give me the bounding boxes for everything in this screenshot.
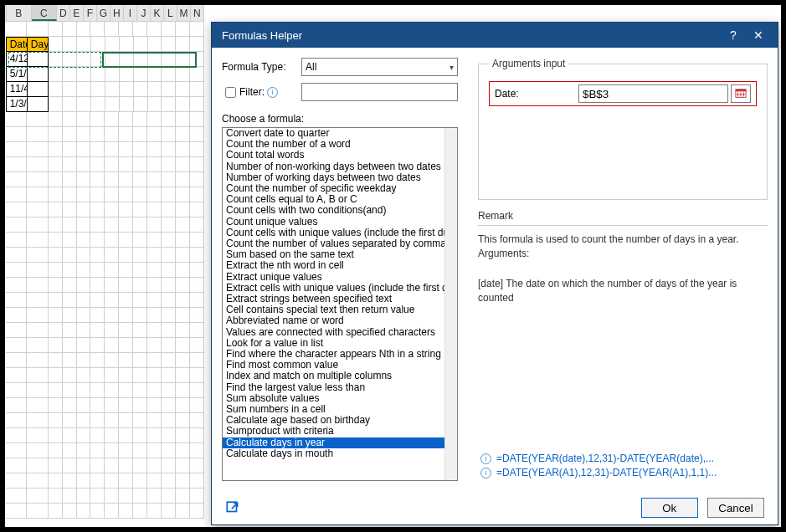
cell[interactable] xyxy=(148,97,162,112)
cell[interactable] xyxy=(133,338,147,353)
cell[interactable] xyxy=(90,217,105,233)
cell[interactable] xyxy=(147,157,162,172)
cell[interactable] xyxy=(27,293,49,308)
cell[interactable] xyxy=(105,37,120,52)
cell[interactable] xyxy=(147,473,162,489)
cell[interactable] xyxy=(105,353,119,368)
cell[interactable] xyxy=(162,263,176,278)
cell[interactable] xyxy=(190,82,204,97)
arg-date-input[interactable] xyxy=(578,84,728,103)
cell[interactable] xyxy=(105,248,119,263)
cell[interactable] xyxy=(176,202,190,217)
cell[interactable] xyxy=(162,353,176,368)
cell[interactable] xyxy=(162,52,176,67)
cell[interactable] xyxy=(190,187,204,202)
filter-input[interactable] xyxy=(301,83,458,101)
cell[interactable] xyxy=(90,142,105,157)
cell[interactable] xyxy=(162,489,176,504)
cell[interactable] xyxy=(134,52,148,67)
cell[interactable] xyxy=(105,428,119,443)
cell[interactable] xyxy=(190,368,204,383)
cell[interactable] xyxy=(190,293,204,308)
cell[interactable] xyxy=(176,473,190,489)
cell[interactable] xyxy=(133,443,147,458)
cell[interactable] xyxy=(176,458,190,473)
cell[interactable] xyxy=(133,504,147,519)
cell[interactable] xyxy=(147,233,162,248)
close-button[interactable]: ✕ xyxy=(746,28,771,42)
cell[interactable] xyxy=(49,458,63,473)
cell[interactable] xyxy=(63,278,77,293)
cell[interactable] xyxy=(90,263,105,278)
cell[interactable] xyxy=(63,22,77,37)
cell[interactable] xyxy=(90,248,105,263)
cell[interactable] xyxy=(147,263,162,278)
cell[interactable] xyxy=(162,97,176,112)
cell[interactable] xyxy=(90,353,105,368)
cell[interactable] xyxy=(90,233,105,248)
cell[interactable] xyxy=(49,368,63,383)
cell[interactable] xyxy=(134,37,148,52)
cell[interactable] xyxy=(90,383,105,398)
cell[interactable] xyxy=(49,112,63,127)
column-header[interactable]: L xyxy=(164,5,177,21)
cell[interactable] xyxy=(119,473,133,489)
cell-days[interactable] xyxy=(28,52,49,67)
cell[interactable] xyxy=(77,37,91,52)
cell[interactable] xyxy=(190,308,204,323)
cell[interactable] xyxy=(6,233,28,248)
cell[interactable] xyxy=(176,127,190,142)
cell-days[interactable] xyxy=(28,82,49,97)
cell[interactable] xyxy=(148,82,162,97)
cell[interactable] xyxy=(6,353,28,368)
cell[interactable] xyxy=(119,293,133,308)
formula-list-item[interactable]: Index and match on multiple columns xyxy=(223,371,444,381)
column-header[interactable]: D xyxy=(57,5,70,21)
cell[interactable] xyxy=(162,67,176,82)
range-picker-button[interactable] xyxy=(731,84,751,103)
cell[interactable] xyxy=(63,52,77,67)
cell[interactable] xyxy=(119,22,133,37)
cell[interactable] xyxy=(176,278,190,293)
cell[interactable] xyxy=(6,504,28,519)
cell[interactable] xyxy=(63,233,77,248)
cell[interactable] xyxy=(190,52,204,67)
cell[interactable] xyxy=(90,323,105,338)
cell[interactable] xyxy=(119,233,133,248)
cell[interactable] xyxy=(147,458,162,473)
cell[interactable] xyxy=(6,22,28,37)
formula-list-item[interactable]: Calculate days in year xyxy=(223,437,444,448)
cell[interactable] xyxy=(105,172,119,187)
cell[interactable] xyxy=(77,233,91,248)
cell[interactable] xyxy=(6,127,28,142)
cell[interactable] xyxy=(133,323,147,338)
popout-icon[interactable] xyxy=(225,500,240,515)
cell[interactable] xyxy=(176,353,190,368)
cell[interactable] xyxy=(77,22,91,37)
cell[interactable] xyxy=(176,443,190,458)
cell[interactable] xyxy=(190,142,204,157)
cell[interactable] xyxy=(49,413,63,428)
cell[interactable] xyxy=(190,443,204,458)
cell[interactable] xyxy=(49,187,63,202)
cell[interactable] xyxy=(147,323,162,338)
cell[interactable] xyxy=(77,127,91,142)
cancel-button[interactable]: Cancel xyxy=(707,498,764,518)
cell[interactable] xyxy=(63,112,77,127)
cell[interactable] xyxy=(91,52,105,67)
cell[interactable] xyxy=(90,172,105,187)
cell[interactable] xyxy=(105,458,119,473)
cell[interactable] xyxy=(6,368,28,383)
cell[interactable] xyxy=(147,504,162,519)
cell[interactable] xyxy=(190,278,204,293)
cell[interactable] xyxy=(119,217,133,233)
cell-date[interactable]: 1/3/2020 xyxy=(6,97,28,112)
cell-date[interactable]: 4/12/1999 xyxy=(6,52,28,67)
cell[interactable] xyxy=(27,308,49,323)
cell[interactable] xyxy=(190,398,204,413)
cell[interactable] xyxy=(190,37,204,52)
cell[interactable] xyxy=(49,489,63,504)
cell[interactable] xyxy=(105,142,119,157)
cell[interactable] xyxy=(119,489,133,504)
cell[interactable] xyxy=(90,458,105,473)
